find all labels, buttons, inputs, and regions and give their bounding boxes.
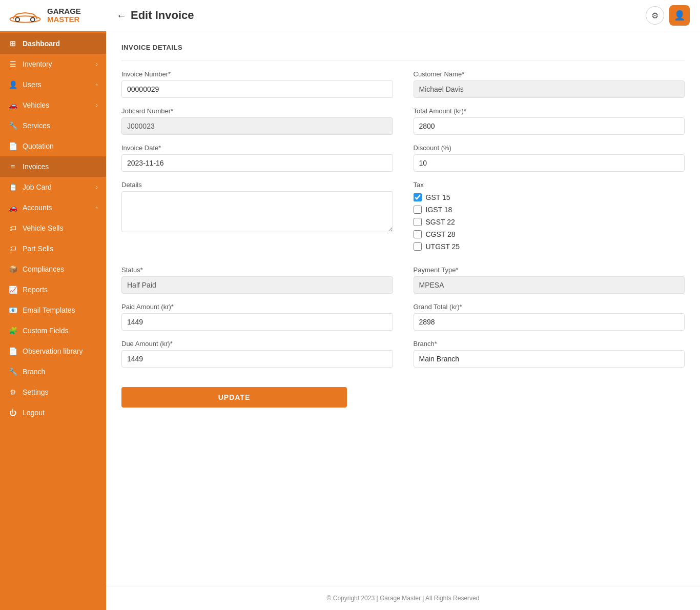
sidebar-item-accounts[interactable]: 🚗 Accounts ›	[0, 197, 106, 218]
tax-sgst22-checkbox[interactable]	[414, 218, 422, 226]
sidebar-item-emailtemplates[interactable]: 📧 Email Templates	[0, 300, 106, 320]
branch-field: Branch*	[414, 340, 685, 368]
tax-igst18: IGST 18	[414, 206, 685, 214]
tax-utgst25-checkbox[interactable]	[414, 242, 422, 251]
sidebar-item-label: Observation library	[23, 347, 83, 355]
settings-icon: ⚙	[8, 388, 17, 396]
tax-cgst28-checkbox[interactable]	[414, 230, 422, 238]
back-button[interactable]: ←	[116, 10, 127, 22]
tax-cgst28: CGST 28	[414, 230, 685, 238]
paid-amount-field: Paid Amount (kr)*	[121, 303, 393, 331]
jobcard-number-input[interactable]	[121, 117, 393, 135]
form-row-1: Invoice Number* Customer Name*	[121, 70, 685, 98]
sidebar-item-inventory[interactable]: ☰ Inventory ›	[0, 54, 106, 74]
sidebar-item-label: Quotation	[23, 142, 54, 150]
branch-input[interactable]	[414, 350, 685, 368]
form-row-2: Jobcard Number* Total Amount (kr)*	[121, 107, 685, 135]
form-row-5: Status* Payment Type*	[121, 266, 685, 294]
sidebar-item-vehiclesells[interactable]: 🏷 Vehicle Sells	[0, 218, 106, 238]
discount-input[interactable]	[414, 154, 685, 172]
user-avatar-button[interactable]: 👤	[669, 5, 690, 26]
sidebar-item-users[interactable]: 👤 Users ›	[0, 74, 106, 95]
sidebar-item-jobcard[interactable]: 📋 Job Card ›	[0, 177, 106, 197]
tax-utgst25-label: UTGST 25	[426, 242, 460, 251]
grand-total-input[interactable]	[414, 313, 685, 331]
dashboard-icon: ⊞	[8, 39, 17, 48]
sidebar: GARAGE MASTER ⊞ Dashboard ☰ Inventory › …	[0, 0, 106, 610]
sidebar-item-label: Settings	[23, 388, 49, 396]
gear-icon: ⚙	[651, 11, 658, 21]
sidebar-item-label: Job Card	[23, 183, 52, 191]
details-input[interactable]	[121, 191, 393, 232]
main-content: ← Edit Invoice ⚙ 👤 INVOICE DETAILS Invoi…	[106, 0, 700, 610]
section-title: INVOICE DETAILS	[121, 44, 685, 51]
user-icon: 👤	[674, 10, 685, 21]
chevron-right-icon: ›	[96, 82, 98, 88]
total-amount-label: Total Amount (kr)*	[414, 107, 685, 115]
invoices-icon: ≡	[8, 162, 17, 171]
jobcard-number-label: Jobcard Number*	[121, 107, 393, 115]
details-field: Details	[121, 181, 393, 251]
page-title: Edit Invoice	[131, 9, 194, 22]
sidebar-item-label: Compliances	[23, 265, 64, 273]
sidebar-item-logout[interactable]: ⏻ Logout	[0, 402, 106, 423]
sidebar-item-label: Users	[23, 80, 42, 89]
sidebar-item-invoices[interactable]: ≡ Invoices	[0, 156, 106, 177]
sidebar-item-vehicles[interactable]: 🚗 Vehicles ›	[0, 95, 106, 115]
branch-label: Branch*	[414, 340, 685, 348]
invoice-number-label: Invoice Number*	[121, 70, 393, 78]
form-row-7: Due Amount (kr)* Branch*	[121, 340, 685, 368]
jobcard-icon: 📋	[8, 183, 17, 191]
customer-name-label: Customer Name*	[414, 70, 685, 78]
update-button[interactable]: UPDATE	[121, 387, 347, 408]
tax-igst18-checkbox[interactable]	[414, 206, 422, 214]
tax-field: Tax GST 15 IGST 18 SGST 22	[414, 181, 685, 251]
settings-button[interactable]: ⚙	[646, 6, 664, 25]
bottom-section: Status* Payment Type* Paid Amount (kr)* …	[121, 266, 685, 408]
paid-amount-label: Paid Amount (kr)*	[121, 303, 393, 311]
header-icons: ⚙ 👤	[646, 5, 690, 26]
tax-gst15-checkbox[interactable]	[414, 193, 422, 201]
logo-master: MASTER	[47, 15, 81, 24]
invoice-date-input[interactable]	[121, 154, 393, 172]
invoice-number-input[interactable]	[121, 80, 393, 98]
tax-sgst22-label: SGST 22	[426, 218, 455, 226]
tax-cgst28-label: CGST 28	[426, 230, 456, 238]
form-row-4: Details Tax GST 15 IGST 18 SGS	[121, 181, 685, 251]
sidebar-item-services[interactable]: 🔧 Services	[0, 115, 106, 136]
payment-type-input[interactable]	[414, 276, 685, 294]
users-icon: 👤	[8, 80, 17, 89]
logo: GARAGE MASTER	[0, 0, 106, 31]
tax-group: GST 15 IGST 18 SGST 22 CGST 28	[414, 193, 685, 251]
customfields-icon: 🧩	[8, 327, 17, 335]
invoice-number-field: Invoice Number*	[121, 70, 393, 98]
sidebar-item-settings[interactable]: ⚙ Settings	[0, 382, 106, 402]
sidebar-item-reports[interactable]: 📈 Reports	[0, 279, 106, 300]
sidebar-item-partsells[interactable]: 🏷 Part Sells	[0, 238, 106, 259]
sidebar-item-quotation[interactable]: 📄 Quotation	[0, 136, 106, 156]
customer-name-input[interactable]	[414, 80, 685, 98]
status-input[interactable]	[121, 276, 393, 294]
tax-label: Tax	[414, 181, 685, 189]
partsells-icon: 🏷	[8, 245, 17, 253]
chevron-right-icon: ›	[96, 184, 98, 190]
sidebar-item-observationlibrary[interactable]: 📄 Observation library	[0, 341, 106, 361]
sidebar-item-label: Part Sells	[23, 245, 53, 253]
due-amount-input[interactable]	[121, 350, 393, 368]
due-amount-field: Due Amount (kr)*	[121, 340, 393, 368]
sidebar-item-dashboard[interactable]: ⊞ Dashboard	[0, 33, 106, 54]
total-amount-input[interactable]	[414, 117, 685, 135]
total-amount-field: Total Amount (kr)*	[414, 107, 685, 135]
reports-icon: 📈	[8, 286, 17, 294]
nav-menu: ⊞ Dashboard ☰ Inventory › 👤 Users › 🚗 Ve…	[0, 31, 106, 610]
sidebar-item-compliances[interactable]: 📦 Compliances	[0, 259, 106, 279]
sidebar-item-customfields[interactable]: 🧩 Custom Fields	[0, 320, 106, 341]
grand-total-field: Grand Total (kr)*	[414, 303, 685, 331]
compliances-icon: 📦	[8, 265, 17, 273]
paid-amount-input[interactable]	[121, 313, 393, 331]
status-field: Status*	[121, 266, 393, 294]
sidebar-item-branch[interactable]: 🔧 Branch	[0, 361, 106, 382]
vehicles-icon: 🚗	[8, 101, 17, 109]
vehiclesells-icon: 🏷	[8, 224, 17, 232]
sidebar-item-label: Email Templates	[23, 306, 75, 314]
